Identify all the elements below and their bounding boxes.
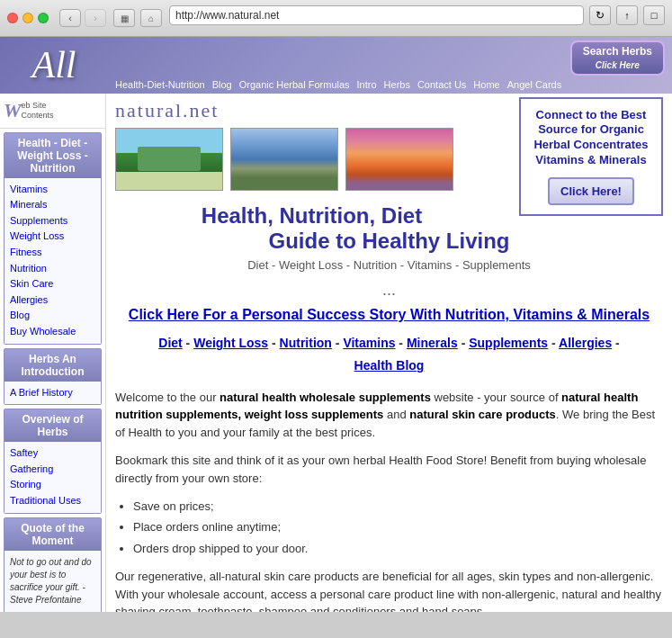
body-bookmark-paragraph: Bookmark this site and think of it as yo… — [106, 446, 672, 492]
browser-chrome: ‹ › ▦ ⌂ ↻ ↑ □ — [0, 0, 672, 37]
sidebar-link-buywholesale[interactable]: Buy Wholesale — [10, 324, 95, 340]
sidebar-section-herbs-intro: Herbs An Introduction A Brief History — [4, 348, 102, 406]
body-bold3: natural skin care products — [409, 408, 556, 421]
top-nav: Health-Diet-Nutrition Blog Organic Herba… — [108, 76, 672, 94]
sidebar-link-brief-history[interactable]: A Brief History — [10, 385, 95, 401]
search-herbs-button[interactable]: Search Herbs Click Here — [570, 40, 665, 76]
sidebar-quote-section: Quote of the Moment Not to go out and do… — [4, 517, 102, 613]
nav-health-diet[interactable]: Health-Diet-Nutrition — [115, 79, 205, 90]
main-subtitle: Diet - Weight Loss - Nutrition - Vitamin… — [106, 258, 672, 277]
cat-link-supplements[interactable]: Supplements — [469, 336, 548, 350]
sidebar-quote-header: Quote of the Moment — [4, 518, 101, 551]
sidebar-section-herbs-overview: Overview of Herbs Saftey Gathering Stori… — [4, 409, 102, 513]
sidebar-logo: W eb Site Contents — [0, 94, 105, 129]
site-logo: All — [32, 46, 76, 84]
nav-intro[interactable]: Intro — [357, 79, 377, 90]
body-intro-text: Welcome to the our — [115, 391, 220, 404]
cat-link-minerals[interactable]: Minerals — [407, 336, 458, 350]
traffic-lights — [7, 13, 49, 23]
cat-link-allergies[interactable]: Allergies — [559, 336, 612, 350]
header-right: Search Herbs Click Here Health-Diet-Nutr… — [108, 37, 672, 94]
nav-organic[interactable]: Organic Herbal Formulas — [239, 79, 350, 90]
cat-link-nutrition[interactable]: Nutrition — [280, 336, 332, 350]
connect-box: Connect to the Best Source for Organic H… — [519, 97, 663, 217]
search-click-here: Click Here — [596, 59, 640, 71]
sidebar-link-gathering[interactable]: Gathering — [10, 462, 95, 478]
sidebar-link-nutrition[interactable]: Nutrition — [10, 261, 95, 277]
sidebar-section-herbs-intro-header: Herbs An Introduction — [4, 349, 101, 382]
share-button[interactable]: ↑ — [616, 5, 638, 25]
body-mid1: website - your source of — [431, 391, 561, 404]
sidebar-link-allergies[interactable]: Allergies — [10, 292, 95, 309]
list-item: Save on prices; — [133, 496, 663, 517]
success-story-anchor[interactable]: Click Here For a Personal Success Story … — [129, 307, 650, 322]
show-all-tabs-button[interactable]: ▦ — [113, 9, 135, 27]
website-content: All Search Herbs Click Here Health-Diet-… — [0, 37, 672, 612]
nav-blog[interactable]: Blog — [212, 79, 232, 90]
body-skin-paragraph: Our regenerative, all-natural skin care … — [106, 562, 672, 612]
sidebar-section-health-header: Health - Diet - Weight Loss - Nutrition — [4, 133, 101, 178]
sidebar-link-fitness[interactable]: Fitness — [10, 245, 95, 261]
cat-link-vitamins[interactable]: Vitamins — [343, 336, 395, 350]
connect-box-text: Connect to the Best Source for Organic H… — [530, 108, 652, 169]
address-bar[interactable] — [169, 5, 584, 25]
body-intro-paragraph: Welcome to the our natural health wholes… — [106, 383, 672, 447]
body-mid2: and — [383, 408, 409, 421]
cat-link-health-blog[interactable]: Health Blog — [354, 358, 425, 373]
home-button[interactable]: ⌂ — [140, 9, 162, 27]
sidebar-section-herbs-intro-links: A Brief History — [4, 382, 101, 405]
search-bar-area: Search Herbs Click Here — [108, 37, 672, 76]
sidebar-w-letter: W — [4, 99, 22, 122]
body-skin-text: Our regenerative, all-natural skin care … — [115, 570, 661, 612]
forward-button[interactable]: › — [85, 9, 106, 27]
sidebar-section-herbs-overview-header: Overview of Herbs — [4, 409, 101, 442]
success-story-link: Click Here For a Personal Success Story … — [106, 303, 672, 327]
search-herbs-label: Search Herbs — [583, 45, 652, 59]
maximize-button[interactable] — [38, 13, 49, 23]
quote-text: Not to go out and do your best is to sac… — [10, 557, 92, 592]
sidebar-link-traditional[interactable]: Traditional Uses — [10, 493, 95, 509]
sidebar-link-blog[interactable]: Blog — [10, 308, 95, 324]
back-button[interactable]: ‹ — [59, 9, 81, 27]
sidebar-link-storing[interactable]: Storing — [10, 477, 95, 493]
sidebar-section-herbs-overview-links: Saftey Gathering Storing Traditional Use… — [4, 442, 101, 512]
close-button[interactable] — [7, 13, 18, 23]
connect-click-button[interactable]: Click Here! — [548, 177, 634, 205]
sidebar-section-health-links: Vitamins Minerals Supplements Weight Los… — [4, 178, 101, 344]
sidebar-logo-line2: Contents — [22, 111, 54, 121]
sidebar-logo-line1: eb Site — [22, 101, 54, 111]
nav-contact[interactable]: Contact Us — [417, 79, 466, 90]
hero-image-mountain — [115, 128, 223, 191]
sidebar-link-safety[interactable]: Saftey — [10, 445, 95, 462]
body-bold1: natural health wholesale supplements — [220, 391, 431, 404]
hero-image-sunset — [345, 128, 453, 191]
sidebar-quote-body: Not to go out and do your best is to sac… — [4, 551, 101, 612]
sidebar-link-skincare[interactable]: Skin Care — [10, 276, 95, 292]
minimize-button[interactable] — [22, 13, 33, 23]
main-title-line1: Health, Nutrition, Diet — [202, 203, 422, 228]
hero-images — [106, 122, 508, 196]
nav-herbs[interactable]: Herbs — [384, 79, 410, 90]
sidebar-link-weightloss[interactable]: Weight Loss — [10, 229, 95, 245]
sidebar-link-vitamins[interactable]: Vitamins — [10, 182, 95, 198]
content-area: Connect to the Best Source for Organic H… — [106, 94, 672, 612]
new-window-button[interactable]: □ — [643, 5, 665, 25]
site-header: All Search Herbs Click Here Health-Diet-… — [0, 37, 672, 94]
nav-home[interactable]: Home — [473, 79, 499, 90]
nav-angel-cards[interactable]: Angel Cards — [507, 79, 562, 90]
sidebar-link-minerals[interactable]: Minerals — [10, 197, 95, 213]
dots: ... — [106, 277, 672, 303]
hero-image-lake — [230, 128, 338, 191]
list-item: Orders drop shipped to your door. — [133, 538, 663, 559]
sidebar-section-health: Health - Diet - Weight Loss - Nutrition … — [4, 132, 102, 345]
sidebar-link-supplements[interactable]: Supplements — [10, 213, 95, 229]
cat-link-diet[interactable]: Diet — [158, 336, 182, 350]
category-links: Diet - Weight Loss - Nutrition - Vitamin… — [106, 327, 672, 382]
body-bookmark-text: Bookmark this site and think of it as yo… — [115, 454, 646, 485]
main-layout: W eb Site Contents Health - Diet - Weigh… — [0, 94, 672, 612]
cat-link-weightloss[interactable]: Weight Loss — [193, 336, 268, 350]
bullet-list: Save on prices; Place orders online anyt… — [106, 492, 672, 562]
refresh-button[interactable]: ↻ — [589, 5, 611, 25]
list-item: Place orders online anytime; — [133, 517, 663, 537]
sidebar: W eb Site Contents Health - Diet - Weigh… — [0, 94, 106, 612]
